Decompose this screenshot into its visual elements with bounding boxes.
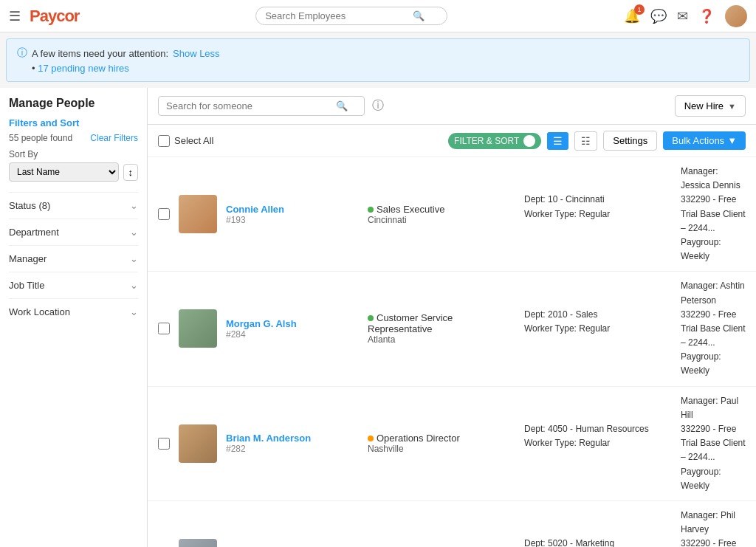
chat-icon[interactable]: 💬 <box>650 8 667 24</box>
employee-info: Brian M. Anderson #282 <box>226 433 359 454</box>
employee-checkbox[interactable] <box>158 208 170 220</box>
notification-icon[interactable]: 🔔 1 <box>624 8 640 24</box>
bulk-actions-button[interactable]: Bulk Actions ▼ <box>663 131 746 150</box>
notification-badge: 1 <box>634 4 645 15</box>
employee-right: Manager: Phil Harvey 332290 - Free Trial… <box>681 509 746 547</box>
new-hire-label: New Hire <box>684 100 724 111</box>
employee-name[interactable]: Connie Allen <box>226 204 359 215</box>
clear-filters-button[interactable]: Clear Filters <box>90 133 138 143</box>
employee-name[interactable]: Brian M. Anderson <box>226 433 359 444</box>
new-hire-dropdown-icon: ▼ <box>728 102 736 111</box>
topnav-icons: 🔔 1 💬 ✉ ❓ <box>624 5 747 27</box>
pending-new-hires-link[interactable]: 17 pending new hires <box>38 63 129 74</box>
employee-right: Manager: Ashtin Peterson 332290 - Free T… <box>681 279 746 378</box>
message-icon[interactable]: ✉ <box>677 8 688 24</box>
manager-value: Manager: Phil Harvey <box>681 509 746 537</box>
employee-location: Nashville <box>368 444 515 454</box>
global-search-input[interactable] <box>265 10 413 21</box>
show-less-link[interactable]: Show Less <box>173 48 220 59</box>
hamburger-menu-icon[interactable]: ☰ <box>9 8 21 24</box>
employee-avatar <box>179 424 217 463</box>
sidebar-filters-header: Filters and Sort <box>9 117 138 128</box>
info-icon: ⓘ <box>17 47 27 60</box>
toolbar-search-input[interactable] <box>166 100 336 111</box>
help-icon[interactable]: ❓ <box>698 8 715 24</box>
filter-section-department[interactable]: Department ⌄ <box>9 219 138 245</box>
filter-section-label: Status (8) <box>9 200 50 211</box>
toolbar: 🔍 ⓘ New Hire ▼ <box>148 88 756 125</box>
employee-dept: Dept: 5020 - Marketing Worker Type: Regu… <box>524 537 672 547</box>
new-hire-button[interactable]: New Hire ▼ <box>675 95 746 117</box>
sidebar: Manage People Filters and Sort 55 people… <box>0 88 148 547</box>
employee-info: Connie Allen #193 <box>226 204 359 225</box>
filter-section-manager[interactable]: Manager ⌄ <box>9 245 138 272</box>
paygroup-code: 332290 - Free Trial Base Client – 2244..… <box>681 193 746 235</box>
employee-checkbox[interactable] <box>158 323 170 334</box>
employee-title: Sales Executive <box>368 204 515 215</box>
status-dot <box>368 436 374 441</box>
filter-section-label: Manager <box>9 253 47 264</box>
table-row: Ron Arker #147 Fund Raising Coordinator … <box>148 501 756 547</box>
toolbar-search-box[interactable]: 🔍 <box>158 96 365 116</box>
sort-by-select[interactable]: Last Name First Name Employee ID Departm… <box>9 162 119 182</box>
employee-dept: Dept: 2010 - Sales Worker Type: Regular <box>524 308 672 351</box>
employee-dept: Dept: 4050 - Human Resources Worker Type… <box>524 422 672 465</box>
filter-chevron-icon: ⌄ <box>130 306 138 317</box>
filter-section-label: Work Location <box>9 306 70 317</box>
select-all-checkbox[interactable] <box>158 135 170 147</box>
sort-direction-button[interactable]: ↕ <box>123 164 139 181</box>
filter-sort-label: FILTER & SORT <box>454 136 519 146</box>
paygroup-code: 332290 - Free Trial Base Client – 2244..… <box>681 422 746 465</box>
filter-chevron-icon: ⌄ <box>130 280 138 291</box>
employee-role: Sales Executive Cincinnati <box>368 204 515 225</box>
filter-section-status-(8)[interactable]: Status (8) ⌄ <box>9 192 138 219</box>
employee-avatar <box>179 309 217 348</box>
employee-role: Customer Service Representative Atlanta <box>368 312 515 345</box>
employee-id: #193 <box>226 215 359 225</box>
employee-title: Operations Director <box>368 433 515 444</box>
paygroup-value <box>524 336 672 350</box>
filter-sort-toggle[interactable]: FILTER & SORT <box>448 133 541 149</box>
filter-section-job-title[interactable]: Job Title ⌄ <box>9 272 138 298</box>
toolbar-right: New Hire ▼ <box>675 95 746 117</box>
employee-title: Customer Service Representative <box>368 312 515 334</box>
filter-chevron-icon: ⌄ <box>130 227 138 238</box>
paycor-logo: Paycor <box>30 7 79 26</box>
status-dot <box>368 315 374 321</box>
filter-chevron-icon: ⌄ <box>130 200 138 211</box>
main-layout: Manage People Filters and Sort 55 people… <box>0 88 756 547</box>
view-grid-button[interactable]: ☷ <box>574 131 597 151</box>
avatar[interactable] <box>725 5 747 27</box>
filter-section-label: Job Title <box>9 280 44 291</box>
paygroup-code: 332290 - Free Trial Base Client – 2244..… <box>681 537 746 547</box>
paygroup-label: Paygroup: Weekly <box>681 350 746 378</box>
view-list-button[interactable]: ☰ <box>547 132 568 150</box>
paygroup-label: Paygroup: Weekly <box>681 235 746 264</box>
employee-location: Atlanta <box>368 334 515 345</box>
dept-value: Dept: 10 - Cincinnati <box>524 193 672 207</box>
paygroup-value <box>524 450 672 464</box>
filter-bar: Select All FILTER & SORT ☰ ☷ Settings Bu… <box>148 125 756 157</box>
settings-button[interactable]: Settings <box>603 131 657 151</box>
bulk-actions-dropdown-icon: ▼ <box>727 135 737 146</box>
filter-section-label: Department <box>9 227 59 238</box>
employee-id: #282 <box>226 444 359 454</box>
filter-chevron-icon: ⌄ <box>130 253 138 264</box>
employee-avatar <box>179 539 217 547</box>
dept-value: Dept: 4050 - Human Resources <box>524 422 672 436</box>
employee-name[interactable]: Morgan G. Alsh <box>226 318 359 329</box>
found-count: 55 people found <box>9 133 72 143</box>
employee-location: Cincinnati <box>368 215 515 225</box>
bulk-actions-label: Bulk Actions <box>672 135 724 146</box>
search-icon: 🔍 <box>413 10 425 21</box>
status-dot <box>368 207 374 213</box>
alert-banner: ⓘ A few items need your attention: Show … <box>6 38 750 82</box>
global-search-box[interactable]: 🔍 <box>255 7 447 25</box>
paygroup-value <box>524 221 672 235</box>
toggle-knob <box>523 135 535 147</box>
worker-type-value: Worker Type: Regular <box>524 322 672 336</box>
employee-checkbox[interactable] <box>158 438 170 450</box>
toolbar-help-icon[interactable]: ⓘ <box>372 98 384 114</box>
filter-section-work-location[interactable]: Work Location ⌄ <box>9 298 138 325</box>
employee-avatar <box>179 195 217 233</box>
